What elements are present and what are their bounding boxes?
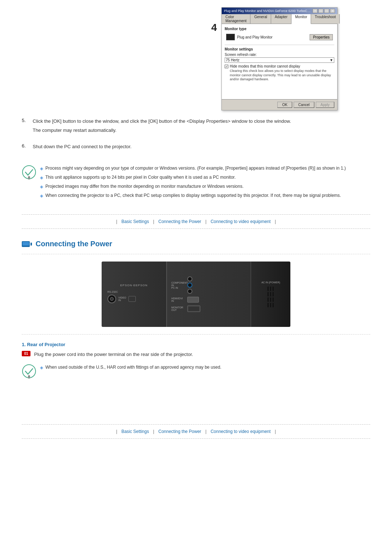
nav-sep-1: | [116, 219, 117, 224]
bottom-nav-sep-4: | [275, 429, 276, 434]
ok-button[interactable]: OK [277, 102, 292, 108]
dialog-window: Plug and Play Monitor and NVIDIA GeForce… [221, 7, 338, 110]
tip-text-2: This unit appliance supports up to 24 bi… [45, 174, 236, 181]
nav-link-basic-settings[interactable]: Basic Settings [121, 219, 149, 224]
tip-item-3: ◈ Projected images may differ from the m… [40, 183, 370, 190]
section-heading: Connecting the Power [22, 240, 370, 248]
refresh-value: 75 Hertz [226, 58, 240, 62]
dialog-help-btn[interactable]: ? [313, 9, 318, 13]
tip-arrow-icon-2: ◈ [40, 174, 43, 181]
projector-rear-image: EPSON·EEPSON RS-232C VIDEOIN [102, 262, 290, 327]
bottom-nav-sep-1: | [116, 429, 117, 434]
nav-sep-3: | [205, 219, 207, 224]
power-tip-item: ◈ When used outside of the U.S., HAR cor… [40, 364, 221, 376]
projector-image-area: EPSON·EEPSON RS-232C VIDEOIN [22, 254, 370, 335]
tab-troubleshoot[interactable]: Troubleshoot [311, 14, 340, 24]
tip-arrow-icon-1: ◈ [40, 165, 43, 172]
svg-point-1 [28, 176, 30, 178]
step-4-number: 4 [211, 22, 217, 33]
step-6-number: 6. [22, 143, 33, 152]
tips-area: ◈ Process might vary depending on your t… [22, 163, 370, 203]
properties-button[interactable]: Properties [310, 34, 333, 40]
tip-text-4: When connecting the projector to a PC, c… [45, 192, 341, 199]
tip-text-1: Process might vary depending on your typ… [45, 165, 346, 171]
power-tip-text: When used outside of the U.S., HAR cord … [45, 364, 221, 370]
monitor-out-label: MONITOR OUT [171, 306, 186, 311]
component-port-1 [187, 276, 192, 281]
step-5-content: Click the [OK] button to close the windo… [33, 118, 370, 136]
monitor-name: Plug and Play Monitor [237, 35, 273, 39]
tab-color-management[interactable]: Color Management [222, 14, 250, 24]
dialog-title: Plug and Play Monitor and NVIDIA GeForce… [224, 9, 311, 13]
svg-rect-3 [23, 242, 29, 246]
component-ports [187, 276, 192, 294]
subsection-label: 1. Rear of Projector [22, 342, 370, 347]
nav-link-connecting-video[interactable]: Connecting to video equipment [211, 219, 270, 224]
component-in-row: COMPONENTINPC IN [171, 276, 246, 294]
hdmi-dvi-label: HDMI/DVI IN [171, 297, 186, 302]
dialog-spacer [225, 82, 334, 96]
dialog-titlebar: Plug and Play Monitor and NVIDIA GeForce… [222, 8, 337, 14]
bottom-nav-link-connecting-power[interactable]: Connecting the Power [158, 429, 201, 434]
bottom-nav-sep-3: | [205, 429, 207, 434]
tip-text-3: Projected images may differ from the mon… [45, 183, 244, 190]
step-5-text: Click the [OK] button to close the windo… [33, 118, 370, 125]
bottom-nav-link-connecting-video[interactable]: Connecting to video equipment [211, 429, 270, 434]
tip-list: ◈ Process might vary depending on your t… [40, 165, 370, 201]
proj-connectors: COMPONENTINPC IN HDMI/DVI IN MONITOR OUT [171, 276, 246, 312]
dialog-body: Monitor type Plug and Play Monitor Prope… [222, 24, 337, 99]
ac-power-label: AC IN (POWER) [261, 281, 280, 284]
hide-modes-checkbox[interactable]: ✓ [225, 65, 228, 68]
nav-links-top: | Basic Settings | Connecting the Power … [22, 214, 370, 229]
apply-button[interactable]: Apply [316, 102, 334, 108]
vent-col-3 [273, 287, 274, 307]
tab-adapter[interactable]: Adapter [271, 14, 291, 24]
refresh-select[interactable]: 75 Hertz ▼ [225, 57, 334, 63]
step-6: 6. Shut down the PC and connect to the p… [22, 143, 370, 152]
monitor-type-label: Monitor type [225, 27, 334, 31]
projector-right-panel: AC IN (POWER) [250, 262, 290, 327]
step-6-text: Shut down the PC and connect to the proj… [33, 143, 370, 151]
svg-point-6 [28, 375, 30, 377]
dialog-titlebar-buttons: ? ─ □ ✕ [313, 9, 335, 13]
checkmark-icon: ✓ [225, 65, 228, 68]
component-port-2 [187, 283, 192, 288]
hide-modes-content: Hide modes that this monitor cannot disp… [230, 64, 334, 82]
refresh-label: Screen refresh rate: [225, 53, 334, 57]
step-5-number: 5. [22, 118, 33, 136]
tip-arrow-icon-3: ◈ [40, 183, 43, 190]
dialog-tabs: Color Management General Adapter Monitor… [222, 14, 337, 24]
step-badge-01: 01 [22, 351, 30, 356]
section-heading-text: Connecting the Power [36, 240, 112, 248]
power-tip-area: ◈ When used outside of the U.S., HAR cor… [22, 364, 370, 378]
tab-general[interactable]: General [250, 14, 271, 24]
tip-item-2: ◈ This unit appliance supports up to 24 … [40, 174, 370, 181]
component-label: COMPONENTINPC IN [171, 281, 186, 289]
projector-logo: EPSON·EEPSON [120, 284, 148, 287]
nav-links-bottom: | Basic Settings | Connecting the Power … [22, 424, 370, 439]
svg-rect-4 [30, 243, 32, 246]
tip-arrow-icon-4: ◈ [40, 193, 43, 199]
dialog-restore-btn[interactable]: □ [324, 9, 329, 13]
tab-monitor[interactable]: Monitor [291, 14, 311, 24]
dialog-minimize-btn[interactable]: ─ [318, 9, 323, 13]
port-rs232c [107, 295, 116, 303]
bottom-nav-sep-2: | [153, 429, 154, 434]
hide-modes-desc: Clearing this check box allows you to se… [230, 69, 334, 82]
dialog-close-btn[interactable]: ✕ [330, 9, 335, 13]
vent-col-2 [270, 287, 271, 307]
monitor-settings-label: Monitor settings [225, 47, 334, 51]
hdmi-port [187, 297, 199, 303]
nav-link-connecting-power[interactable]: Connecting the Power [158, 219, 201, 224]
tip-item-1: ◈ Process might vary depending on your t… [40, 165, 370, 172]
hdmi-row: HDMI/DVI IN [171, 297, 246, 303]
monitor-type-row: Plug and Play Monitor Properties [225, 32, 334, 42]
projector-middle-panel: COMPONENTINPC IN HDMI/DVI IN MONITOR OUT [167, 262, 250, 327]
power-step: 01 Plug the power cord into the power te… [22, 351, 370, 358]
bottom-nav-link-basic-settings[interactable]: Basic Settings [121, 429, 149, 434]
cancel-button[interactable]: Cancel [294, 102, 314, 108]
right-panel-content: AC IN (POWER) [261, 281, 280, 307]
nav-sep-2: | [153, 219, 154, 224]
step-6-content: Shut down the PC and connect to the proj… [33, 143, 370, 152]
ventilation-slots [268, 287, 274, 307]
